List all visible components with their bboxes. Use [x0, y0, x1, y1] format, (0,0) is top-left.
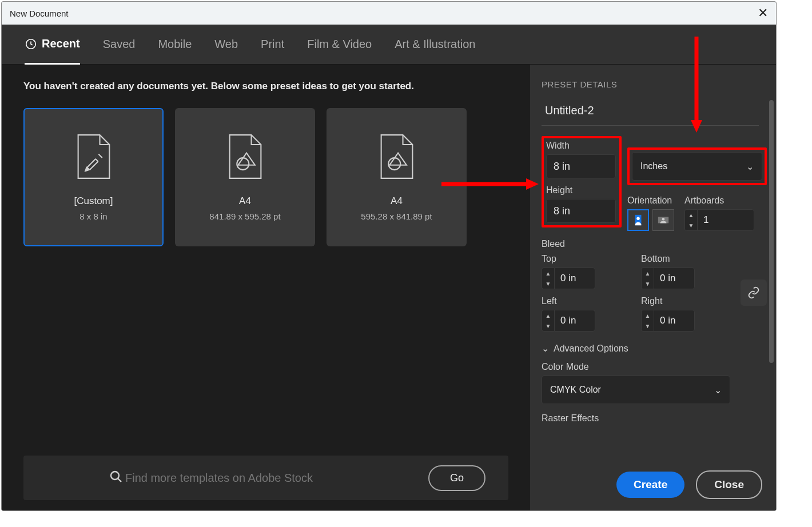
- preset-dim: 8 x 8 in: [79, 211, 107, 221]
- preset-custom[interactable]: [Custom] 8 x 8 in: [23, 108, 164, 246]
- tab-mobile[interactable]: Mobile: [158, 25, 192, 65]
- step-up-icon[interactable]: ▲: [685, 210, 697, 220]
- details-pane: PRESET DETAILS Untitled-2 Width Height: [530, 65, 776, 510]
- width-input[interactable]: [546, 154, 616, 178]
- preset-details-label: PRESET DETAILS: [542, 79, 767, 89]
- annotation-highlight-width-height: Width Height: [542, 136, 622, 227]
- orientation-label: Orientation: [627, 195, 674, 206]
- link-icon: [747, 286, 760, 299]
- presets-pane: You haven't created any documents yet. B…: [2, 65, 530, 510]
- tab-recent[interactable]: Recent: [25, 25, 80, 65]
- preset-name: [Custom]: [74, 195, 113, 207]
- preset-dim: 841.89 x 595.28 pt: [209, 211, 280, 221]
- color-mode-label: Color Mode: [542, 362, 767, 372]
- chevron-down-icon: ⌄: [542, 343, 549, 354]
- bleed-left-label: Left: [542, 296, 631, 306]
- svg-point-4: [111, 472, 119, 480]
- category-tabs: Recent Saved Mobile Web Print Film & Vid…: [2, 25, 776, 65]
- link-bleed-button[interactable]: [741, 280, 767, 306]
- annotation-highlight-units: Inches ⌄: [627, 147, 767, 185]
- template-search: Go: [23, 456, 508, 500]
- portrait-icon: [632, 214, 644, 226]
- bleed-top-stepper[interactable]: ▲▼: [542, 268, 631, 289]
- preset-a4-landscape[interactable]: A4 841.89 x 595.28 pt: [175, 108, 315, 246]
- step-down-icon[interactable]: ▼: [685, 220, 697, 230]
- units-dropdown[interactable]: Inches ⌄: [632, 152, 762, 181]
- preset-dim: 595.28 x 841.89 pt: [361, 211, 432, 221]
- bleed-bottom-input[interactable]: [654, 268, 695, 289]
- svg-rect-1: [87, 159, 98, 170]
- dialog-footer: Create Close: [530, 459, 776, 510]
- document-name-input[interactable]: Untitled-2: [542, 101, 759, 126]
- tab-web[interactable]: Web: [214, 25, 238, 65]
- bleed-top-label: Top: [542, 254, 631, 264]
- artboards-label: Artboards: [684, 195, 754, 206]
- search-icon: [109, 470, 123, 486]
- orientation-portrait[interactable]: [627, 209, 649, 231]
- svg-point-6: [636, 217, 640, 221]
- width-label: Width: [546, 141, 617, 151]
- svg-point-8: [662, 218, 665, 221]
- preset-a4-portrait[interactable]: A4 595.28 x 841.89 pt: [327, 108, 467, 246]
- raster-effects-label: Raster Effects: [542, 413, 767, 424]
- advanced-options-toggle[interactable]: ⌄ Advanced Options: [542, 343, 767, 354]
- artboards-input[interactable]: [697, 209, 754, 231]
- create-button[interactable]: Create: [616, 472, 684, 498]
- close-icon[interactable]: ✕: [758, 6, 768, 21]
- bleed-right-label: Right: [641, 296, 730, 306]
- tab-print[interactable]: Print: [261, 25, 284, 65]
- preset-name: A4: [391, 195, 403, 207]
- hint-text: You haven't created any documents yet. B…: [23, 81, 508, 92]
- document-a4-icon: [378, 134, 416, 179]
- height-input[interactable]: [546, 199, 616, 223]
- bleed-left-stepper[interactable]: ▲▼: [542, 310, 631, 332]
- bleed-label: Bleed: [542, 239, 767, 249]
- chevron-down-icon: ⌄: [746, 161, 754, 172]
- document-a4-icon: [226, 134, 264, 179]
- color-mode-dropdown[interactable]: CMYK Color ⌄: [542, 376, 730, 404]
- clock-icon: [25, 38, 37, 50]
- close-button[interactable]: Close: [696, 470, 762, 499]
- orientation-landscape[interactable]: [652, 209, 674, 231]
- preset-name: A4: [239, 195, 251, 207]
- tab-art-illustration[interactable]: Art & Illustration: [395, 25, 475, 65]
- dialog-title: New Document: [10, 9, 69, 18]
- document-custom-icon: [75, 134, 113, 179]
- titlebar: New Document ✕: [2, 2, 776, 25]
- chevron-down-icon: ⌄: [714, 385, 722, 396]
- bleed-right-stepper[interactable]: ▲▼: [641, 310, 730, 332]
- bleed-right-input[interactable]: [654, 310, 695, 332]
- bleed-top-input[interactable]: [554, 268, 595, 289]
- landscape-icon: [657, 214, 670, 226]
- artboards-stepper[interactable]: ▲▼: [684, 209, 754, 231]
- bleed-bottom-stepper[interactable]: ▲▼: [641, 268, 730, 289]
- bleed-bottom-label: Bottom: [641, 254, 730, 264]
- search-input[interactable]: [104, 472, 419, 485]
- new-document-dialog: New Document ✕ Recent Saved Mobile Web P…: [1, 1, 777, 511]
- go-button[interactable]: Go: [428, 465, 485, 491]
- height-label: Height: [546, 185, 617, 195]
- tab-film-video[interactable]: Film & Video: [307, 25, 372, 65]
- bleed-left-input[interactable]: [554, 310, 595, 332]
- details-scrollbar[interactable]: [769, 98, 774, 459]
- tab-saved[interactable]: Saved: [103, 25, 136, 65]
